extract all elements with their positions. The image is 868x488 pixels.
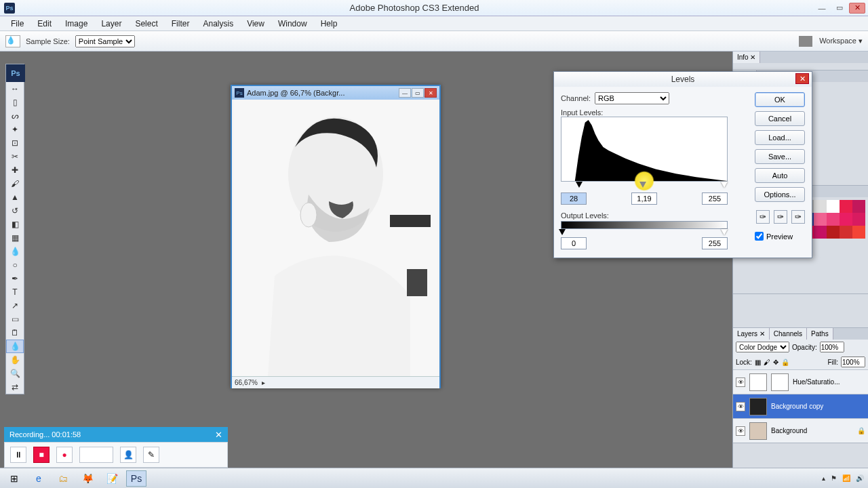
notes-tool[interactable]: 🗒 <box>6 326 24 340</box>
gray-eyedropper-icon[interactable]: ✑ <box>774 210 787 224</box>
brush-tool[interactable]: 🖌 <box>6 177 24 190</box>
visibility-icon[interactable]: 👁 <box>736 402 745 411</box>
type-tool[interactable]: T <box>6 285 24 299</box>
output-slider-track[interactable] <box>561 230 728 237</box>
doc-close-button[interactable]: ✕ <box>425 88 437 98</box>
blur-tool[interactable]: 💧 <box>6 245 24 258</box>
cancel-button[interactable]: Cancel <box>755 111 805 126</box>
options-button[interactable]: Options... <box>755 187 805 202</box>
swatch[interactable] <box>814 226 827 239</box>
pen-tool[interactable]: ✒ <box>6 272 24 285</box>
menu-analysis[interactable]: Analysis <box>196 19 240 28</box>
menu-filter[interactable]: Filter <box>165 19 197 28</box>
hand-tool[interactable]: ✋ <box>6 353 24 367</box>
auto-button[interactable]: Auto <box>755 168 805 183</box>
explorer-icon[interactable]: 🗂 <box>53 470 73 487</box>
recording-close-button[interactable]: ✕ <box>215 430 222 440</box>
save-button[interactable]: Save... <box>755 149 805 164</box>
doc-minimize-button[interactable]: — <box>399 88 411 98</box>
photoshop-taskbar-icon[interactable]: Ps <box>126 470 146 487</box>
menu-select[interactable]: Select <box>128 19 164 28</box>
menu-image[interactable]: Image <box>58 19 94 28</box>
info-tab[interactable]: Info ✕ <box>733 52 760 63</box>
crop-tool[interactable]: ⊡ <box>6 136 24 150</box>
goto-bridge-icon[interactable] <box>799 36 812 47</box>
channels-tab[interactable]: Channels <box>770 328 807 340</box>
white-eyedropper-icon[interactable]: ✑ <box>791 210 805 224</box>
swatch[interactable] <box>840 213 852 226</box>
output-white-slider[interactable] <box>721 229 728 235</box>
tray-volume-icon[interactable]: 🔊 <box>856 474 864 482</box>
menu-file[interactable]: File <box>4 19 31 28</box>
swatch[interactable] <box>840 200 852 213</box>
stamp-tool[interactable]: ▲ <box>6 190 24 204</box>
dodge-tool[interactable]: ○ <box>6 258 24 272</box>
channel-select[interactable]: RGB <box>595 92 669 104</box>
visibility-icon[interactable]: 👁 <box>736 378 745 387</box>
swatch[interactable] <box>814 213 827 226</box>
sample-size-select[interactable]: Point Sample <box>75 35 135 47</box>
input-gamma-field[interactable] <box>631 192 657 205</box>
blend-mode-select[interactable]: Color Dodge <box>736 342 789 352</box>
firefox-icon[interactable]: 🦊 <box>77 470 98 487</box>
swatch[interactable] <box>840 226 852 239</box>
marquee-tool[interactable]: ▯ <box>6 96 24 109</box>
gamma-slider[interactable] <box>639 182 646 188</box>
swatch[interactable] <box>814 200 827 213</box>
path-tool[interactable]: ↗ <box>6 299 24 312</box>
move-tool[interactable]: ↔ <box>6 82 24 96</box>
pause-button[interactable]: ⏸ <box>10 447 26 463</box>
levels-close-button[interactable]: ✕ <box>795 73 809 84</box>
visibility-icon[interactable]: 👁 <box>736 426 745 436</box>
output-white-field[interactable] <box>702 237 728 249</box>
close-button[interactable]: ✕ <box>849 3 865 14</box>
workspace-menu[interactable]: Workspace ▾ <box>819 37 863 45</box>
fill-input[interactable] <box>841 357 865 367</box>
menu-window[interactable]: Window <box>271 19 314 28</box>
eraser-tool[interactable]: ◧ <box>6 218 24 231</box>
swatch[interactable] <box>827 200 840 213</box>
white-point-slider[interactable] <box>721 182 728 188</box>
annotate-button[interactable]: ✎ <box>143 447 159 463</box>
history-brush-tool[interactable]: ↺ <box>6 204 24 218</box>
output-black-field[interactable] <box>561 237 587 249</box>
ok-button[interactable]: OK <box>755 92 805 107</box>
status-arrow-icon[interactable]: ▸ <box>262 379 265 386</box>
heal-tool[interactable]: ✚ <box>6 163 24 177</box>
black-eyedropper-icon[interactable]: ✑ <box>756 210 770 224</box>
paths-tab[interactable]: Paths <box>807 328 833 340</box>
black-point-slider[interactable] <box>576 182 583 188</box>
record-button[interactable]: ● <box>56 447 73 463</box>
minimize-button[interactable]: — <box>814 3 830 14</box>
wand-tool[interactable]: ✦ <box>6 123 24 136</box>
stop-button[interactable]: ■ <box>33 447 50 463</box>
swatch[interactable] <box>852 226 865 239</box>
lock-position-icon[interactable]: ✥ <box>773 359 778 366</box>
layer-background[interactable]: 👁 Background 🔒 <box>733 418 868 443</box>
eyedropper-tool[interactable]: 💧 <box>6 340 24 353</box>
start-button[interactable]: ⊞ <box>4 470 24 487</box>
opacity-input[interactable] <box>820 342 844 352</box>
lasso-tool[interactable]: ᔕ <box>6 109 24 123</box>
menu-view[interactable]: View <box>240 19 271 28</box>
layer-hue-saturation[interactable]: 👁 Hue/Saturatio... <box>733 369 868 394</box>
tray-flag-icon[interactable]: ⚑ <box>831 474 837 482</box>
lock-pixels-icon[interactable]: 🖌 <box>764 359 770 366</box>
maximize-button[interactable]: ▭ <box>831 3 848 14</box>
ie-icon[interactable]: e <box>28 470 49 487</box>
input-black-field[interactable] <box>561 192 587 205</box>
swatch[interactable] <box>852 213 865 226</box>
notes-icon[interactable]: 📝 <box>102 470 122 487</box>
output-black-slider[interactable] <box>559 229 566 235</box>
lock-all-icon[interactable]: 🔒 <box>781 359 789 366</box>
levels-title[interactable]: Levels ✕ <box>554 72 812 87</box>
layer-background-copy[interactable]: 👁 Background copy <box>733 394 868 418</box>
swatch[interactable] <box>827 213 840 226</box>
zoom-tool[interactable]: 🔍 <box>6 367 24 380</box>
lock-transparent-icon[interactable]: ▦ <box>755 359 761 366</box>
layers-tab[interactable]: Layers ✕ <box>733 328 770 340</box>
input-white-field[interactable] <box>702 192 728 205</box>
webcam-button[interactable]: 👤 <box>120 447 136 463</box>
slice-tool[interactable]: ✂ <box>6 150 24 163</box>
gradient-tool[interactable]: ▦ <box>6 231 24 245</box>
